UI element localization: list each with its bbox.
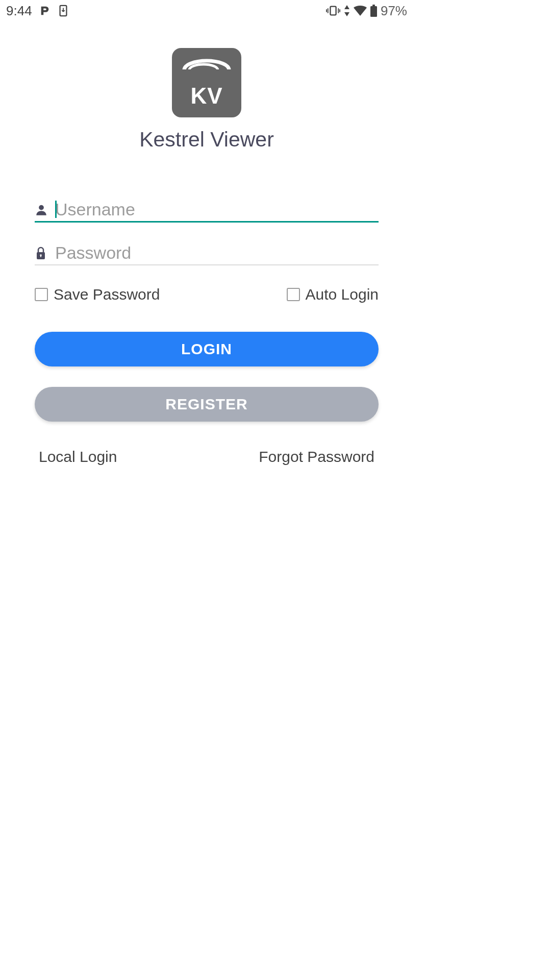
status-right: 97% xyxy=(326,3,407,19)
svg-rect-1 xyxy=(330,7,336,15)
password-row xyxy=(35,243,379,265)
status-bar: 9:44 97% xyxy=(0,0,413,21)
svg-rect-6 xyxy=(182,69,231,80)
password-input[interactable] xyxy=(55,243,379,263)
logo-letters: KV xyxy=(190,83,222,109)
checkbox-row: Save Password Auto Login xyxy=(35,286,379,303)
register-button[interactable]: REGISTER xyxy=(35,387,379,422)
wifi-icon xyxy=(354,6,367,16)
battery-percentage: 97% xyxy=(381,3,407,19)
status-time: 9:44 xyxy=(6,3,32,19)
battery-icon xyxy=(370,5,378,17)
save-password-label: Save Password xyxy=(54,286,160,303)
checkbox-box-icon xyxy=(35,288,48,301)
login-form: Save Password Auto Login LOGIN REGISTER … xyxy=(35,200,379,465)
forgot-password-link[interactable]: Forgot Password xyxy=(259,448,374,465)
local-login-link[interactable]: Local Login xyxy=(39,448,117,465)
login-button[interactable]: LOGIN xyxy=(35,332,379,366)
user-icon xyxy=(35,203,55,216)
status-left: 9:44 xyxy=(6,3,69,19)
content: KV Kestrel Viewer Save Password Aut xyxy=(0,48,413,465)
logo-swoosh-icon xyxy=(182,57,231,82)
auto-login-checkbox[interactable]: Auto Login xyxy=(287,286,379,303)
pandora-icon xyxy=(39,5,51,16)
app-title: Kestrel Viewer xyxy=(35,128,379,152)
links-row: Local Login Forgot Password xyxy=(35,448,379,465)
username-input[interactable] xyxy=(55,200,379,219)
logo-section: KV Kestrel Viewer xyxy=(35,48,379,152)
input-cursor xyxy=(55,201,57,218)
svg-rect-10 xyxy=(40,255,41,257)
save-password-checkbox[interactable]: Save Password xyxy=(35,286,160,303)
svg-rect-2 xyxy=(370,6,377,17)
svg-rect-3 xyxy=(372,5,375,6)
username-row xyxy=(35,200,379,223)
svg-point-7 xyxy=(39,205,44,210)
lock-icon xyxy=(35,247,55,260)
data-icon xyxy=(343,5,350,16)
auto-login-label: Auto Login xyxy=(306,286,379,303)
checkbox-box-icon xyxy=(287,288,300,301)
download-icon xyxy=(58,5,69,17)
app-logo: KV xyxy=(172,48,241,117)
vibrate-icon xyxy=(326,5,340,16)
